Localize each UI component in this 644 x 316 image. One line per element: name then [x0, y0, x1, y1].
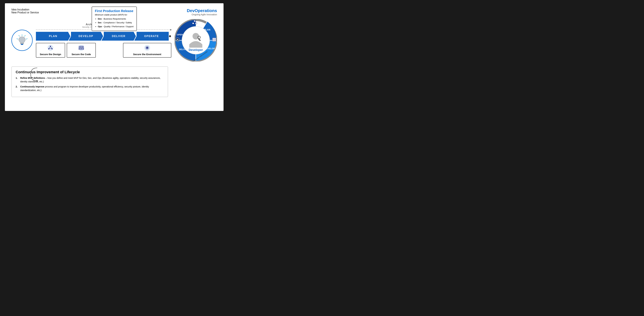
secure-design-label: Secure the Design: [40, 53, 61, 56]
lightbulb-icon: [16, 34, 28, 47]
svg-rect-36: [194, 20, 196, 22]
secure-code-label: Secure the Code: [72, 53, 91, 56]
first-production-release-box: First Production Release Minimum viable …: [92, 6, 137, 31]
fpr-title: First Production Release: [95, 9, 134, 13]
secure-code-box: 10101 01010 10101 Secure the Code: [67, 43, 96, 58]
svg-rect-7: [21, 44, 23, 45]
ci-item-2-num: 2.: [16, 85, 18, 92]
devoperations-subtitle: Ongoing Agile Innovation: [187, 13, 217, 16]
svg-rect-38: [195, 23, 197, 24]
svg-text:10101: 10101: [213, 40, 216, 41]
secure-environment-box: Secure the Environment: [123, 43, 171, 58]
ci-item-1-text: Refine MVP definitions – how you define …: [20, 76, 164, 84]
continuous-improvement-box: Continuous Improvement of Lifecycle 1. R…: [12, 66, 168, 97]
svg-text:DELIVER: DELIVER: [179, 48, 188, 50]
svg-text:Developer: Developer: [188, 48, 203, 52]
ci-item-2: 2. Continuously improve process and prog…: [16, 85, 164, 92]
svg-point-20: [146, 47, 148, 48]
devoperations-title: DevOperations: [187, 8, 217, 13]
svg-line-3: [17, 39, 18, 39]
svg-text:OPERATE: OPERATE: [177, 34, 187, 36]
lightbulb-circle: [12, 30, 33, 51]
svg-text:DEVELOP: DEVELOP: [204, 47, 215, 50]
svg-text:10101: 10101: [78, 46, 84, 48]
governance-arrow: ▶: [170, 28, 172, 31]
ci-item-2-text: Continuously improve process and program…: [20, 85, 164, 92]
pipeline-endpoint: [169, 32, 171, 40]
idea-incubation-subtitle: New Product or Service: [12, 11, 39, 14]
secure-env-icon: [144, 45, 150, 52]
pipeline-step-deliver: DELIVER: [102, 32, 136, 40]
ci-item-1-num: 1.: [16, 76, 18, 84]
svg-line-4: [26, 39, 27, 39]
pipeline-step-develop: DEVELOP: [69, 32, 103, 40]
svg-point-49: [177, 39, 178, 40]
devops-wheel: Developer PLAN DEVELOP DELIVER OPERATE G…: [174, 19, 217, 62]
binary-icon: 10101 01010 10101: [78, 45, 84, 51]
devops-wheel-svg: Developer PLAN DEVELOP DELIVER OPERATE G…: [174, 19, 217, 62]
bottom-section: Continuous Improvement of Lifecycle 1. R…: [12, 66, 217, 97]
svg-line-2: [19, 36, 20, 36]
pipeline-bar: PLAN DEVELOP DELIVER OPERATE: [36, 32, 171, 40]
pipeline-step-plan: PLAN: [36, 32, 70, 40]
ci-list: 1. Refine MVP definitions – how you defi…: [16, 76, 164, 92]
secure-code-icon: 10101 01010 10101: [78, 45, 84, 52]
fpr-list: Dev - Business Requirements Sec - Compli…: [95, 17, 134, 28]
fpr-item-sec: Sec - Compliance / Security / Safety: [98, 21, 134, 24]
network-icon: [48, 45, 53, 51]
secure-environment-label: Secure the Environment: [133, 53, 161, 56]
svg-rect-9: [50, 46, 51, 47]
fpr-item-dev: Dev - Business Requirements: [98, 17, 134, 21]
endpoint-dot: [169, 35, 171, 37]
svg-text:PLAN: PLAN: [204, 28, 210, 31]
svg-rect-37: [192, 23, 194, 24]
fpr-subtitle: Minimum viable product (MVP) for:: [95, 14, 134, 16]
idea-incubation-header: Idea Incubation New Product or Service: [12, 8, 39, 14]
gear-icon: [144, 45, 150, 51]
pipeline-step-operate: OPERATE: [134, 32, 169, 40]
secure-boxes-row: Secure the Design 10101 01010 10101 Secu…: [36, 43, 171, 58]
fpr-item-ops: Ops - Quality / Performance / Support: [98, 25, 134, 28]
secure-design-icon: [48, 45, 53, 52]
secure-design-box: Secure the Design: [36, 43, 65, 58]
ci-title: Continuous Improvement of Lifecycle: [16, 70, 164, 74]
svg-line-1: [24, 36, 25, 36]
ci-item-1: 1. Refine MVP definitions – how you defi…: [16, 76, 164, 84]
devoperations-header: DevOperations Ongoing Agile Innovation: [187, 8, 217, 16]
svg-text:01010: 01010: [78, 48, 84, 50]
idea-incubation-title: Idea Incubation: [12, 8, 39, 11]
wheel-binary-icon: 10101 01010 10101: [212, 38, 216, 42]
